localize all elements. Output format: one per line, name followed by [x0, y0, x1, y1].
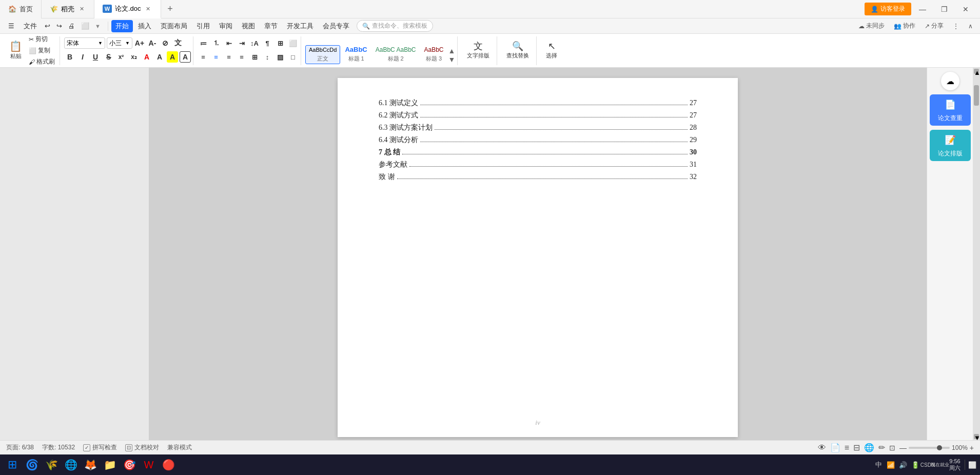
taskbar-app-5[interactable]: 🎯: [120, 456, 139, 474]
tray-network[interactable]: 📶: [886, 460, 896, 470]
paper-format-button[interactable]: 📝 论文排版: [930, 130, 971, 161]
tray-battery[interactable]: 🔋: [910, 460, 920, 470]
scroll-up-arrow[interactable]: ▲: [974, 69, 979, 74]
cloud-sync-button[interactable]: ☁ 未同步: [855, 21, 888, 31]
more-button[interactable]: ⋮: [950, 22, 962, 31]
document-area[interactable]: 6.1 测试定义 27 6.2 测试方式 27 6.3 测试方案计划 28 6.…: [149, 68, 927, 440]
shading-button[interactable]: ▨: [275, 51, 286, 63]
find-replace-button[interactable]: 🔍 查找替换: [503, 40, 532, 61]
menu-tab-insert[interactable]: 插入: [134, 20, 155, 32]
view-read-icon[interactable]: 👁: [818, 443, 826, 452]
scroll-down-arrow[interactable]: ▼: [974, 434, 979, 439]
taskbar-app-firefox[interactable]: 🦊: [81, 456, 100, 474]
select-button[interactable]: ↖ 选择: [543, 40, 560, 61]
style-heading1[interactable]: AaBbC 标题 1: [341, 44, 370, 64]
line-spacing-button[interactable]: ↕: [262, 51, 273, 63]
search-box[interactable]: 🔍 查找命令、搜索模板: [357, 20, 433, 32]
strikethrough-button[interactable]: S̶: [103, 51, 114, 63]
menu-tab-review[interactable]: 审阅: [215, 20, 237, 32]
fit-icon[interactable]: ⊡: [889, 444, 895, 452]
spell-check-toggle[interactable]: ✓ 拼写检查: [83, 443, 117, 452]
taskbar-app-ie[interactable]: 🌐: [62, 456, 80, 474]
cloud-top-icon[interactable]: ☁: [941, 72, 959, 90]
clear-format-button[interactable]: ⊘: [160, 37, 171, 49]
zoom-plus-button[interactable]: +: [970, 444, 974, 452]
menu-tab-ref[interactable]: 引用: [192, 20, 214, 32]
font-grow-button[interactable]: A+: [134, 37, 145, 49]
view-page-icon[interactable]: 📄: [830, 443, 840, 452]
numbering-button[interactable]: ⒈: [210, 37, 222, 49]
view-list-icon[interactable]: ≡: [845, 443, 849, 452]
sort-button[interactable]: ↕A: [249, 37, 260, 49]
indent-button[interactable]: ⇥: [236, 37, 247, 49]
align-justify-button[interactable]: ≡: [236, 51, 247, 63]
format-button[interactable]: ⬜: [79, 21, 92, 31]
outdent-button[interactable]: ⇤: [223, 37, 234, 49]
taskbar-app-word[interactable]: W: [140, 456, 158, 474]
menu-tab-chapter[interactable]: 章节: [260, 20, 282, 32]
login-button[interactable]: 👤 访客登录: [865, 3, 911, 15]
tray-volume[interactable]: 🔊: [898, 460, 908, 470]
zoom-slider[interactable]: [909, 447, 950, 449]
undo-button[interactable]: ↩: [42, 21, 53, 31]
menu-file[interactable]: 文件: [19, 20, 41, 32]
add-tab-button[interactable]: +: [161, 0, 180, 18]
tray-job[interactable]: 现在就业: [935, 460, 945, 470]
close-button[interactable]: ✕: [955, 2, 976, 16]
table-button[interactable]: ⊞: [249, 51, 260, 63]
bold-button[interactable]: B: [64, 51, 75, 63]
style-heading2[interactable]: AaBbC AaBbC 标题 2: [372, 45, 420, 64]
style-heading3[interactable]: AaBbC 标题 3: [420, 45, 447, 64]
menu-tab-layout[interactable]: 页面布局: [156, 20, 191, 32]
style-normal[interactable]: AaBbCcDd 正文: [305, 45, 340, 64]
align-right-button[interactable]: ≡: [223, 51, 234, 63]
align-center-button[interactable]: ≡: [210, 51, 222, 63]
scroll-thumb[interactable]: [974, 85, 979, 106]
vertical-scrollbar[interactable]: ▲ ▼: [973, 68, 980, 440]
taskbar-app-6[interactable]: 🔴: [159, 456, 178, 474]
columns-button[interactable]: ⬜: [287, 37, 299, 49]
tab-doc[interactable]: W 论文.doc ✕: [94, 0, 161, 18]
print-button[interactable]: 🖨: [66, 21, 77, 31]
paste-button[interactable]: 📋 粘贴: [6, 37, 25, 64]
cut-button[interactable]: ✂ 剪切: [26, 34, 57, 45]
text-border-button[interactable]: A: [180, 51, 191, 63]
align-left-button[interactable]: ≡: [198, 51, 209, 63]
highlight-button[interactable]: A: [154, 51, 165, 63]
redo-button[interactable]: ↪: [54, 21, 65, 31]
copy-button[interactable]: ⬜ 复制: [26, 45, 57, 56]
tab-wps[interactable]: 🌾 稻壳 ✕: [42, 0, 94, 18]
show-desktop-button[interactable]: ⬜: [965, 460, 977, 470]
start-button[interactable]: ⊞: [3, 456, 22, 474]
focus-icon[interactable]: ✏: [878, 443, 885, 452]
tab-home[interactable]: 🏠 首页: [0, 0, 42, 18]
taskbar-app-wps[interactable]: 🌾: [42, 456, 61, 474]
view-web-icon[interactable]: 🌐: [864, 443, 874, 452]
font-color-button[interactable]: A: [141, 51, 152, 63]
clock[interactable]: 9:56 周六: [947, 458, 963, 472]
minimize-button[interactable]: —: [912, 2, 933, 16]
taskbar-app-0[interactable]: 🌀: [23, 456, 41, 474]
paper-check-button[interactable]: 📄 论文查重: [930, 94, 971, 126]
collapse-button[interactable]: ∧: [965, 22, 976, 31]
view-split-icon[interactable]: ⊟: [853, 443, 860, 452]
taskbar-app-explorer[interactable]: 📁: [101, 456, 119, 474]
tray-keyboard[interactable]: 中: [873, 460, 884, 470]
tab-doc-close[interactable]: ✕: [144, 5, 152, 13]
show-formatting-button[interactable]: ¶: [262, 37, 273, 49]
text-bg-button[interactable]: A: [167, 51, 178, 63]
menu-hamburger[interactable]: ☰: [4, 21, 18, 31]
menu-tab-view[interactable]: 视图: [238, 20, 259, 32]
zoom-minus-button[interactable]: —: [899, 444, 907, 452]
doc-compare-toggle[interactable]: ⊡ 文档校对: [125, 443, 159, 452]
subscript-button[interactable]: x₂: [128, 51, 140, 63]
restore-button[interactable]: ❐: [934, 2, 954, 16]
font-name-selector[interactable]: 宋体 ▼: [64, 37, 105, 49]
collab-button[interactable]: 👥 协作: [891, 21, 918, 31]
text-format-button[interactable]: 文 文字排版: [464, 40, 493, 61]
menu-tab-start[interactable]: 开始: [111, 20, 133, 32]
font-size-selector[interactable]: 小三 ▼: [107, 37, 132, 49]
menu-tab-vip[interactable]: 会员专享: [319, 20, 354, 32]
bullets-button[interactable]: ≔: [198, 37, 209, 49]
tab-wps-close[interactable]: ✕: [77, 5, 86, 13]
